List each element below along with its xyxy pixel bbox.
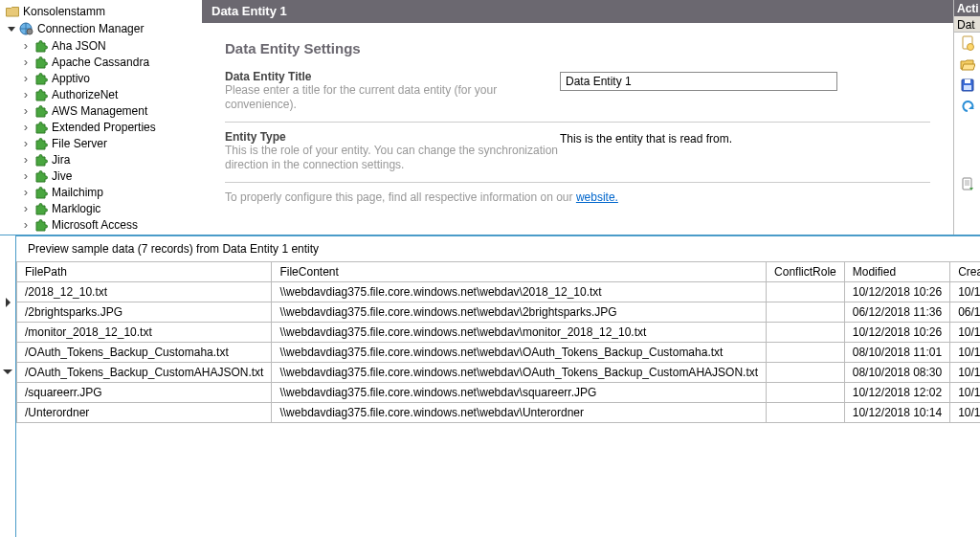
cell-conflictrole [767,343,845,363]
table-row[interactable]: /OAuth_Tokens_Backup_CustomAHAJSON.txt\\… [17,363,981,383]
open-folder-button[interactable] [954,54,980,75]
tree-connection-manager[interactable]: Connection Manager [0,20,201,37]
tree-item[interactable]: Apptivo [0,70,201,86]
cell-created: 10/12/2018 11:59 [950,363,980,383]
svg-rect-5 [965,79,970,83]
cell-filecontent: \\webdavdiag375.file.core.windows.net\we… [272,323,767,343]
right-strip-tab[interactable]: Dat [954,16,980,33]
right-strip-header: Acti [954,0,980,16]
cell-filepath: /OAuth_Tokens_Backup_CustomAHAJSON.txt [17,363,272,383]
cell-modified: 08/10/2018 08:30 [844,363,949,383]
svg-point-3 [967,44,973,51]
table-row[interactable]: /2brightsparks.JPG\\webdavdiag375.file.c… [17,302,981,323]
tree-cm-label: Connection Manager [37,22,144,35]
cell-filecontent: \\webdavdiag375.file.core.windows.net\we… [272,343,767,363]
chevron-right-icon [21,169,31,183]
table-row[interactable]: /Unterordner\\webdavdiag375.file.core.wi… [17,403,981,423]
cell-conflictrole [767,363,845,383]
puzzle-icon [34,137,48,150]
tree-item[interactable]: Marklogic [0,200,201,216]
tree-item[interactable]: Extended Properties [0,119,201,135]
cell-created: 10/12/2018 12:02 [950,383,980,403]
col-filepath[interactable]: FilePath [17,262,272,282]
tree-item[interactable]: Mailchimp [0,184,201,200]
tree-item[interactable]: Jive [0,168,201,184]
tree-item-label: Mailchimp [52,186,103,199]
file-plus-icon [961,35,974,51]
undo-button[interactable] [954,96,980,117]
puzzle-icon [34,39,48,53]
table-row[interactable]: /squareerr.JPG\\webdavdiag375.file.core.… [17,383,981,403]
entity-settings-panel: Data Entity 1 Data Entity Settings Data … [201,0,953,235]
connection-tree[interactable]: Konsolenstamm Connection Manager Aha JSO… [0,0,201,235]
tree-item-label: AWS Management [52,104,147,118]
svg-point-1 [27,29,33,34]
tree-item[interactable]: Microsoft Access [0,216,201,233]
cell-filecontent: \\webdavdiag375.file.core.windows.net\we… [272,302,767,323]
chevron-down-icon [8,27,15,32]
puzzle-icon [34,121,48,134]
cell-modified: 10/12/2018 10:26 [844,282,949,302]
properties-button[interactable] [954,174,980,195]
puzzle-icon [34,56,48,69]
caret-down-icon[interactable] [3,369,12,374]
save-button[interactable] [954,75,980,96]
tree-item[interactable]: File Server [0,135,201,151]
field-entity-type: Entity Type This is the role of your ent… [225,130,930,183]
website-link[interactable]: website. [576,190,618,204]
tree-item[interactable]: Apache Cassandra [0,54,201,70]
preview-panel: Preview sample data (7 records) from Dat… [15,235,980,537]
caret-right-icon[interactable] [6,298,11,307]
cell-modified: 06/12/2018 11:36 [844,302,949,323]
puzzle-icon [34,72,48,85]
table-row[interactable]: /2018_12_10.txt\\webdavdiag375.file.core… [17,282,981,302]
tree-item-label: Microsoft Access [52,218,138,232]
table-row[interactable]: /monitor_2018_12_10.txt\\webdavdiag375.f… [17,323,981,343]
right-actions-strip: Acti Dat [953,0,980,235]
col-created[interactable]: Created [950,262,980,282]
chevron-right-icon [21,202,31,215]
cell-filepath: /OAuth_Tokens_Backup_Customaha.txt [17,343,272,363]
col-modified[interactable]: Modified [844,262,949,282]
chevron-right-icon [21,137,31,150]
col-conflictrole[interactable]: ConflictRole [767,262,845,282]
tree-item[interactable]: Jira [0,151,201,168]
cell-created: 10/12/2018 11:59 [950,323,980,343]
cell-filecontent: \\webdavdiag375.file.core.windows.net\we… [272,363,767,383]
chevron-right-icon [21,104,31,118]
panel-header: Data Entity 1 [202,0,953,23]
tree-item-label: Jive [52,169,72,183]
puzzle-icon [34,202,48,215]
cell-filepath: /squareerr.JPG [17,383,272,403]
tree-root-node[interactable]: Konsolenstamm [0,3,201,20]
chevron-right-icon [21,39,31,53]
field-label: Entity Type [225,130,560,144]
col-filecontent[interactable]: FileContent [272,262,767,282]
chevron-right-icon [21,121,31,134]
chevron-right-icon [21,186,31,199]
tree-item[interactable]: Aha JSON [0,37,201,54]
cell-filecontent: \\webdavdiag375.file.core.windows.net\we… [272,383,767,403]
chevron-right-icon [21,153,31,167]
field-label: Data Entity Title [225,70,560,83]
entity-type-value: This is the entity that is read from. [560,132,732,145]
cell-filepath: /2brightsparks.JPG [17,302,272,323]
tree-item-label: Aha JSON [52,39,106,53]
preview-table[interactable]: FilePath FileContent ConflictRole Modifi… [16,261,980,423]
tree-item[interactable]: AuthorizeNet [0,86,201,102]
new-file-button[interactable] [954,33,980,54]
tree-item[interactable]: AWS Management [0,102,201,119]
cell-created: 10/12/2018 11:59 [950,282,980,302]
preview-title: Preview sample data (7 records) from Dat… [16,236,980,261]
entity-title-input[interactable] [560,72,837,91]
tree-item-label: Apache Cassandra [52,56,149,69]
cell-conflictrole [767,323,845,343]
cell-filecontent: \\webdavdiag375.file.core.windows.net\we… [272,403,767,423]
cell-modified: 10/12/2018 12:02 [844,383,949,403]
chevron-right-icon [21,56,31,69]
cell-conflictrole [767,302,845,323]
panel-header-title: Data Entity 1 [212,4,287,18]
table-row[interactable]: /OAuth_Tokens_Backup_Customaha.txt\\webd… [17,343,981,363]
cell-created: 10/12/2018 11:59 [950,403,980,423]
puzzle-icon [34,153,48,167]
